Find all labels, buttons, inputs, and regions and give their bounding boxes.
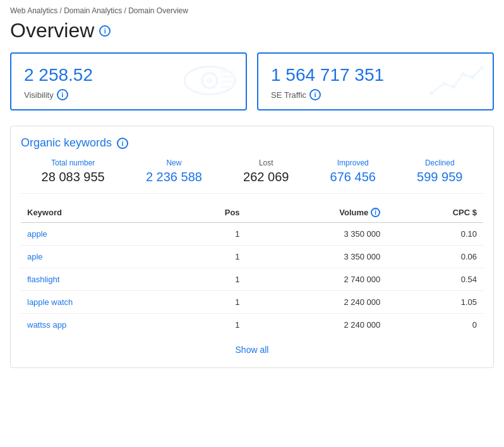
show-all-row: Show all [21,336,483,357]
volume-cell: 3 350 000 [246,246,387,268]
table-row: wattss app 1 2 240 000 0 [21,314,483,337]
keyword-cell[interactable]: apple [21,223,174,246]
cpc-cell: 0.06 [387,246,483,268]
svg-point-10 [461,73,465,76]
pos-cell: 1 [174,314,246,337]
cpc-cell: 0.54 [387,268,483,291]
volume-cell: 2 240 000 [246,314,387,337]
page-wrapper: Web Analytics / Domain Analytics / Domai… [0,0,504,447]
col-keyword: Keyword [21,203,174,223]
stats-row: Total number 28 083 955 New 2 236 588 Lo… [21,158,483,194]
svg-rect-5 [220,81,233,83]
volume-cell: 2 240 000 [246,291,387,314]
metrics-row: 2 258.52 Visibility i 1 564 [10,52,494,110]
visibility-card: 2 258.52 Visibility i [10,52,247,110]
table-row: apple 1 3 350 000 0.10 [21,223,483,246]
se-traffic-info-icon[interactable]: i [309,89,321,100]
volume-cell: 3 350 000 [246,223,387,246]
col-cpc: CPC $ [387,203,483,223]
svg-point-12 [480,66,484,70]
organic-keywords-title: Organic keywords i [21,136,483,150]
svg-rect-6 [220,86,229,88]
visibility-info-icon[interactable]: i [57,89,68,100]
pos-cell: 1 [174,268,246,291]
keyword-cell[interactable]: lapple watch [21,291,174,314]
stat-lost: Lost 262 069 [243,158,289,184]
cpc-cell: 0 [387,314,483,337]
breadcrumb: Web Analytics / Domain Analytics / Domai… [10,6,494,15]
cpc-cell: 1.05 [387,291,483,314]
svg-point-8 [442,82,446,86]
table-header-row: Keyword Pos Volume i CPC $ [21,203,483,223]
overview-info-icon[interactable]: i [99,25,111,37]
chart-icon [428,62,485,102]
keyword-cell[interactable]: aple [21,246,174,268]
se-traffic-card: 1 564 717 351 SE Traffic i [257,52,494,110]
stat-new: New 2 236 588 [146,158,202,184]
keyword-cell[interactable]: flashlight [21,268,174,291]
show-all-button[interactable]: Show all [236,345,269,355]
organic-keywords-section: Organic keywords i Total number 28 083 9… [10,126,494,368]
table-row: flashlight 1 2 740 000 0.54 [21,268,483,291]
keywords-table: Keyword Pos Volume i CPC $ apple 1 3 350… [21,203,483,336]
cpc-cell: 0.10 [387,223,483,246]
col-volume: Volume i [246,203,387,223]
stat-total: Total number 28 083 955 [42,158,105,184]
col-pos: Pos [174,203,246,223]
svg-point-7 [429,92,433,95]
pos-cell: 1 [174,223,246,246]
stat-declined: Declined 599 959 [417,158,462,184]
table-row: aple 1 3 350 000 0.06 [21,246,483,268]
svg-point-9 [452,85,455,89]
keyword-cell[interactable]: wattss app [21,314,174,337]
volume-info-icon[interactable]: i [371,208,380,217]
volume-cell: 2 740 000 [246,268,387,291]
svg-point-11 [471,76,474,80]
svg-rect-4 [220,76,232,78]
page-title: Overview i [10,19,494,42]
svg-point-2 [207,78,213,84]
table-row: lapple watch 1 2 240 000 1.05 [21,291,483,314]
organic-keywords-info-icon[interactable]: i [117,138,128,149]
pos-cell: 1 [174,246,246,268]
pos-cell: 1 [174,291,246,314]
stat-improved: Improved 676 456 [330,158,376,184]
eye-icon [181,62,238,102]
svg-rect-3 [220,71,234,73]
